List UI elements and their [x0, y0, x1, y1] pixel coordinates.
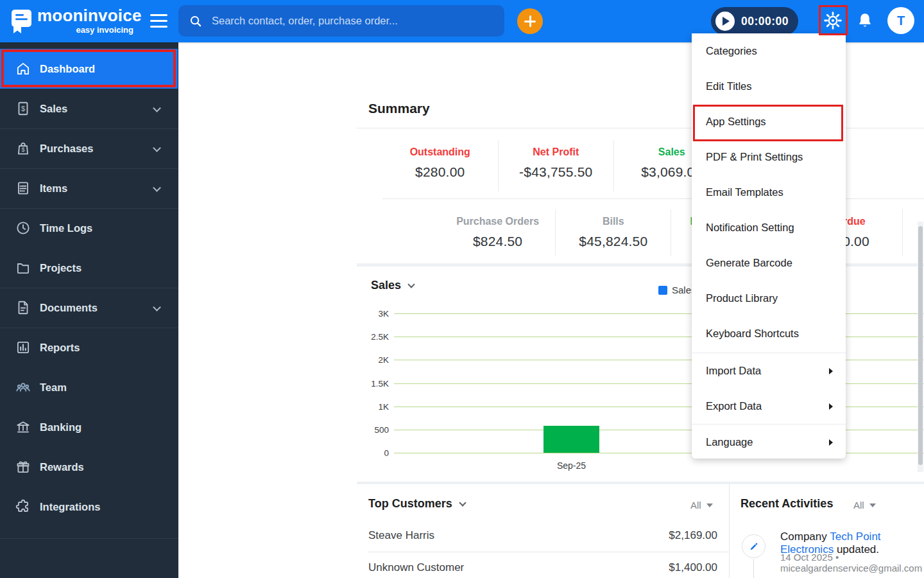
settings-dropdown-menu: Categories Edit Titles App Settings PDF … — [692, 33, 846, 459]
timeline-connector — [753, 559, 754, 578]
top-customers-filter[interactable]: All — [690, 500, 713, 511]
team-icon — [15, 379, 31, 396]
app-window: Summary This Year Outstanding $280.00 Ne… — [0, 0, 924, 578]
chart-title-dropdown[interactable]: Sales — [371, 279, 414, 292]
brand-name[interactable]: mooninvoice — [37, 6, 142, 26]
notifications-bell-icon[interactable] — [856, 12, 874, 30]
caret-down-icon — [869, 504, 876, 507]
stat-outstanding: Outstanding $280.00 — [382, 140, 498, 191]
y-tick: 2K — [363, 355, 389, 365]
menu-item-pdf-print-settings[interactable]: PDF & Print Settings — [692, 139, 846, 175]
sidebar-item-items[interactable]: Items — [0, 168, 178, 208]
page-title: Summary — [368, 101, 430, 116]
sidebar-item-dashboard[interactable]: Dashboard — [0, 49, 178, 89]
svg-text:$: $ — [21, 146, 24, 153]
sidebar: Dashboard $ Sales $ Purchases Items Time… — [0, 42, 178, 578]
user-avatar[interactable]: T — [887, 7, 914, 34]
menu-item-email-templates[interactable]: Email Templates — [692, 175, 846, 210]
sidebar-item-documents[interactable]: Documents — [0, 288, 178, 328]
svg-text:$: $ — [21, 105, 25, 112]
invoice-icon: $ — [15, 100, 31, 117]
add-new-button[interactable] — [517, 8, 543, 34]
top-customers-dropdown[interactable]: Top Customers — [368, 497, 465, 511]
menu-item-keyboard-shortcuts[interactable]: Keyboard Shortcuts — [692, 316, 846, 351]
shopping-bag-icon: $ — [15, 140, 31, 157]
customer-amount: $1,400.00 — [669, 561, 717, 574]
menu-item-import-data[interactable]: Import Data — [692, 353, 846, 389]
stat-bills: Bills $45,824.50 — [555, 209, 671, 256]
search-icon — [189, 14, 203, 28]
timer-value: 00:00:00 — [741, 15, 789, 28]
recent-activities-title: Recent Activities — [740, 497, 833, 511]
sidebar-item-reports[interactable]: Reports — [0, 328, 178, 367]
chart-bar-paid — [543, 426, 599, 453]
menu-item-language[interactable]: Language — [692, 425, 846, 460]
clock-icon — [15, 220, 31, 236]
search-bar[interactable] — [178, 5, 504, 37]
customer-row[interactable]: Steave Harris $2,169.00 — [368, 529, 717, 542]
chevron-down-icon — [153, 184, 161, 192]
settings-gear-icon[interactable] — [823, 11, 843, 30]
sidebar-item-projects[interactable]: Projects — [0, 248, 178, 288]
stat-hidden — [845, 140, 924, 191]
panel-divider — [729, 484, 730, 578]
stat-net-profit: Net Profit -$43,755.50 — [498, 140, 614, 191]
chevron-down-icon — [407, 281, 415, 288]
menu-item-edit-titles[interactable]: Edit Titles — [692, 69, 846, 104]
y-tick: 2.5K — [363, 332, 389, 342]
legend-sales[interactable]: Sales — [658, 285, 696, 295]
legend-swatch — [658, 286, 667, 295]
play-icon[interactable] — [715, 12, 735, 31]
section-gap — [357, 482, 924, 484]
brand-tagline: easy invoicing — [37, 25, 133, 35]
scrollbar-thumb[interactable] — [918, 226, 923, 465]
home-icon — [15, 60, 31, 77]
timer-widget[interactable]: 00:00:00 — [711, 7, 798, 35]
customer-name: Unknown Customer — [368, 561, 464, 574]
chevron-down-icon — [153, 303, 161, 311]
y-tick: 0 — [363, 448, 389, 458]
y-tick: 3K — [363, 309, 389, 319]
sidebar-item-rewards[interactable]: Rewards — [0, 447, 178, 487]
chevron-down-icon — [459, 499, 466, 506]
sidebar-item-sales[interactable]: $ Sales — [0, 89, 178, 128]
folder-icon — [15, 259, 31, 276]
y-tick: 1K — [363, 402, 389, 412]
edit-pencil-icon — [742, 534, 766, 558]
submenu-arrow-icon — [829, 368, 833, 374]
sidebar-item-integrations[interactable]: Integrations — [0, 487, 178, 527]
hamburger-menu-icon[interactable] — [150, 14, 168, 28]
y-tick: 500 — [363, 425, 389, 435]
caret-down-icon — [706, 504, 713, 507]
divider — [368, 552, 729, 552]
menu-item-export-data[interactable]: Export Data — [692, 389, 846, 424]
sidebar-item-banking[interactable]: Banking — [0, 407, 178, 447]
bar-chart-icon — [15, 339, 31, 356]
menu-item-product-library[interactable]: Product Library — [692, 281, 846, 316]
submenu-arrow-icon — [829, 439, 833, 446]
submenu-arrow-icon — [829, 403, 833, 410]
chevron-down-icon — [153, 144, 161, 152]
x-tick: Sep-25 — [543, 460, 599, 471]
mooninvoice-logo-icon[interactable] — [9, 8, 35, 35]
document-icon — [15, 299, 31, 316]
customer-amount: $2,169.00 — [669, 529, 717, 542]
menu-item-categories[interactable]: Categories — [692, 33, 846, 69]
sidebar-item-team[interactable]: Team — [0, 367, 178, 407]
menu-item-generate-barcode[interactable]: Generate Barcode — [692, 245, 846, 281]
list-icon — [15, 180, 31, 197]
bank-icon — [15, 419, 31, 435]
summary-row-2: Purchase Orders $824.50 Bills $45,824.50… — [440, 209, 924, 256]
puzzle-icon — [15, 498, 31, 515]
stat-purchase-orders: Purchase Orders $824.50 — [440, 209, 555, 256]
sidebar-item-purchases[interactable]: $ Purchases — [0, 128, 178, 168]
menu-item-notification-setting[interactable]: Notification Setting — [692, 210, 846, 245]
menu-item-app-settings[interactable]: App Settings — [692, 104, 846, 139]
search-input[interactable] — [212, 15, 494, 27]
sidebar-item-time-logs[interactable]: Time Logs — [0, 208, 178, 248]
customer-row[interactable]: Unknown Customer $1,400.00 — [368, 561, 717, 574]
activity-meta: 14 Oct 2025 • micealgardenservice@gmail.… — [780, 552, 924, 574]
y-tick: 1.5K — [363, 379, 389, 389]
gift-icon — [15, 459, 31, 475]
recent-activities-filter[interactable]: All — [853, 500, 876, 511]
